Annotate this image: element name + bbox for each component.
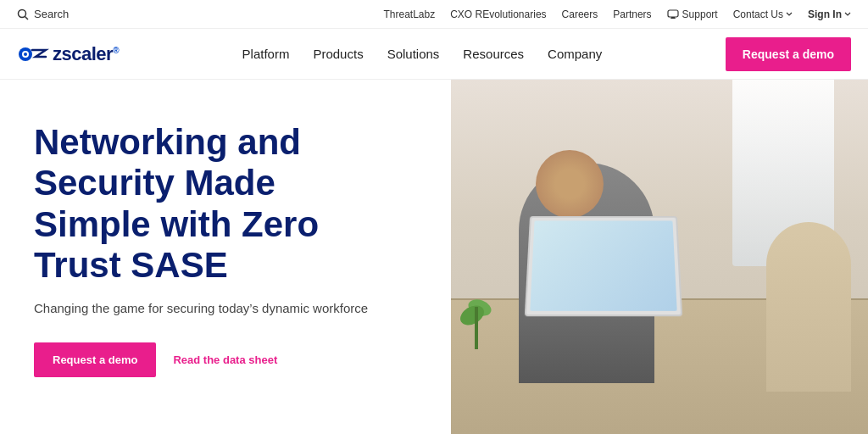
nav-item-resources[interactable]: Resources	[463, 47, 524, 62]
svg-point-5	[24, 53, 27, 56]
hero-cta-buttons: Request a demo Read the data sheet	[34, 342, 417, 377]
top-bar: Search ThreatLabz CXO REvolutionaries Ca…	[0, 0, 868, 29]
partners-link[interactable]: Partners	[613, 8, 651, 20]
svg-line-1	[25, 16, 29, 19]
cxo-link[interactable]: CXO REvolutionaries	[450, 8, 546, 20]
svg-point-0	[19, 9, 26, 17]
chevron-down-icon-signin	[844, 12, 851, 17]
contact-us-area[interactable]: Contact Us	[733, 8, 793, 20]
contact-link[interactable]: Contact Us	[733, 8, 783, 20]
person-2-body	[766, 222, 851, 392]
search-icon	[17, 8, 29, 20]
nav-demo-button[interactable]: Request a demo	[726, 37, 851, 71]
nav-item-products[interactable]: Products	[313, 47, 363, 62]
search-label: Search	[34, 8, 69, 20]
chat-icon	[667, 9, 679, 19]
svg-rect-2	[668, 10, 678, 17]
signin-area[interactable]: Sign In	[808, 8, 851, 20]
hero-datasheet-link[interactable]: Read the data sheet	[173, 353, 277, 366]
search-area[interactable]: Search	[17, 8, 69, 20]
main-nav: zscaler® Platform Products Solutions Res…	[0, 29, 868, 80]
hero-subtitle: Changing the game for securing today’s d…	[34, 301, 417, 315]
nav-item-solutions[interactable]: Solutions	[387, 47, 440, 62]
top-nav-links: ThreatLabz CXO REvolutionaries Careers P…	[383, 8, 851, 20]
nav-menu: Platform Products Solutions Resources Co…	[242, 47, 603, 62]
nav-item-platform[interactable]: Platform	[242, 47, 290, 62]
signin-link[interactable]: Sign In	[808, 8, 842, 20]
logo[interactable]: zscaler®	[17, 38, 119, 70]
hero-demo-button[interactable]: Request a demo	[34, 342, 156, 377]
hero-scene	[451, 80, 868, 434]
support-link-text[interactable]: Support	[682, 8, 718, 20]
plant-decoration	[459, 281, 493, 349]
laptop-screen	[531, 220, 677, 310]
zscaler-logo-icon	[17, 38, 49, 70]
chevron-down-icon-contact	[786, 12, 793, 17]
hero-section: Networking and Security Made Simple with…	[0, 80, 868, 434]
nav-item-company[interactable]: Company	[548, 47, 602, 62]
hero-image	[451, 80, 868, 434]
support-area[interactable]: Support	[667, 8, 718, 20]
hero-content: Networking and Security Made Simple with…	[0, 80, 451, 434]
laptop	[525, 216, 682, 316]
person-1-head	[536, 150, 604, 218]
hero-title: Networking and Security Made Simple with…	[34, 122, 390, 286]
threatlabz-link[interactable]: ThreatLabz	[383, 8, 435, 20]
logo-text: zscaler®	[53, 43, 119, 65]
careers-link[interactable]: Careers	[562, 8, 598, 20]
